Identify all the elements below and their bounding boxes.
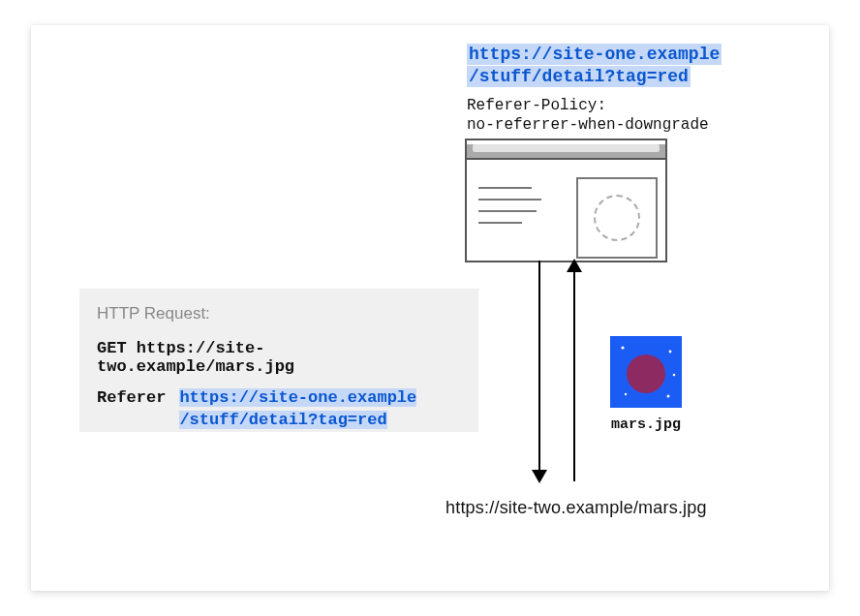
origin-url: https://site-one.example /stuff/detail?t… [467,44,722,89]
origin-url-line2: /stuff/detail?tag=red [467,66,691,87]
origin-url-line1: https://site-one.example [467,44,722,65]
dotted-circle-icon [594,195,640,241]
svg-point-6 [625,393,627,395]
arrow-down-icon [538,261,540,481]
svg-point-3 [669,351,672,354]
svg-point-5 [667,395,670,398]
mars-thumbnail [610,336,682,408]
http-referer-value-line2: /stuff/detail?tag=red [179,411,386,429]
text-lines-icon [478,187,546,233]
diagram-canvas: https://site-one.example /stuff/detail?t… [0,0,860,616]
http-request-box: HTTP Request: GET https://site-two.examp… [79,289,478,432]
http-referer-value-line1: https://site-one.example [179,388,416,407]
arrow-up-icon [573,261,575,481]
http-get-line: GET https://site-two.example/mars.jpg [97,339,461,376]
browser-titlebar-icon [467,144,665,160]
browser-urlbar-icon [473,144,660,152]
mars-label: mars.jpg [602,416,690,433]
referer-policy: Referer-Policy: no-referrer-when-downgra… [467,96,709,135]
browser-body-icon [467,160,665,266]
svg-point-4 [673,374,676,377]
referer-policy-value: no-referrer-when-downgrade [467,116,709,134]
browser-window-icon [465,139,667,262]
svg-point-1 [627,354,665,393]
referer-policy-label: Referer-Policy: [467,97,606,114]
http-request-title: HTTP Request: [97,304,461,323]
http-referer-label: Referer [97,387,166,407]
mars-image-icon [610,336,682,408]
svg-point-2 [621,346,624,349]
target-url: https://site-two.example/mars.jpg [445,498,707,518]
diagram-card: https://site-one.example /stuff/detail?t… [31,25,829,591]
http-referer-value: https://site-one.example /stuff/detail?t… [179,387,416,432]
image-placeholder-icon [576,177,658,259]
